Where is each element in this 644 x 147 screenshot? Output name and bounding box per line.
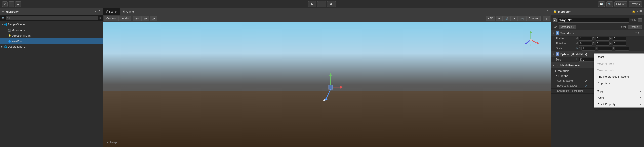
layout-dropdown[interactable]: Layout ▾ bbox=[629, 1, 642, 7]
item-label: Desert_land_2* bbox=[8, 45, 102, 48]
cloud-button[interactable]: ☁ bbox=[15, 1, 21, 7]
hierarchy-menu-icon[interactable]: ⋮ bbox=[98, 10, 101, 13]
gizmos-button[interactable]: Gizmos▾ bbox=[526, 16, 541, 21]
top-bar-left: ↩ ↪ ☁ bbox=[2, 1, 307, 7]
item-label: Main Camera bbox=[12, 28, 102, 32]
fx-button[interactable]: ✦ bbox=[511, 16, 518, 21]
inspector-lock-icon[interactable]: 🔒 bbox=[632, 10, 635, 13]
svg-line-14 bbox=[326, 89, 331, 100]
item-label: WayPoint bbox=[12, 40, 102, 43]
context-menu-properties[interactable]: Properties... bbox=[594, 80, 644, 86]
context-menu-paste[interactable]: Paste ▶ bbox=[594, 94, 644, 101]
grid-button[interactable]: ⊞▾ bbox=[133, 16, 141, 21]
persp-text: ◄ bbox=[106, 141, 110, 144]
scale-link-icon[interactable]: ⊡ bbox=[576, 47, 578, 51]
audio-toggle[interactable]: 🔊 bbox=[503, 16, 511, 21]
list-item[interactable]: 📷 Main Camera bbox=[0, 27, 103, 33]
list-item[interactable]: ▶ 🌐 Desert_land_2* bbox=[0, 44, 103, 49]
redo-button[interactable]: ↪ bbox=[9, 1, 14, 7]
scale-z-field[interactable] bbox=[615, 47, 629, 51]
scene-tabs: # Scene ⊡ Game ⋮ bbox=[103, 8, 551, 15]
mesh-renderer-checkbox[interactable]: ✓ bbox=[556, 64, 559, 67]
transform-menu-icon[interactable]: ⋮ bbox=[640, 32, 642, 34]
tab-scene[interactable]: # Scene bbox=[103, 8, 120, 15]
mode-toggle[interactable]: ● 2D bbox=[486, 16, 495, 21]
scene-viewport[interactable]: Y Z bbox=[103, 22, 551, 147]
tree-arrow-icon: ▼ bbox=[1, 23, 4, 26]
top-bar-right: 🕐 🔍 Layers ▾ Layout ▾ bbox=[337, 1, 642, 7]
list-item[interactable]: ▼ 🌐 SampleScene* ⋮ bbox=[0, 22, 103, 27]
rotation-label: Rotation bbox=[556, 42, 576, 45]
inspector-icon: 🔒 bbox=[553, 10, 557, 13]
hierarchy-add-icon[interactable]: + bbox=[95, 10, 96, 13]
more-button[interactable]: ⋮ bbox=[543, 16, 550, 21]
context-menu-reset[interactable]: Reset bbox=[594, 54, 644, 60]
local-label: Local bbox=[121, 17, 127, 20]
list-item[interactable]: 🔷 WayPoint ⋮ bbox=[0, 38, 103, 44]
scale-y-field[interactable] bbox=[598, 47, 612, 51]
layers-dropdown[interactable]: Layers ▾ bbox=[614, 1, 627, 7]
mesh-filter-expand-arrow: ▼ bbox=[553, 53, 555, 55]
context-menu-reset-property[interactable]: Reset Property ▶ bbox=[594, 101, 644, 107]
snap-button[interactable]: ⊡▾ bbox=[141, 16, 149, 21]
properties-label: Properties... bbox=[597, 82, 612, 85]
search-button[interactable]: 🔍 bbox=[606, 1, 613, 7]
position-y-field[interactable] bbox=[596, 37, 610, 41]
center-label: Center bbox=[106, 17, 114, 20]
reset-property-label: Reset Property bbox=[597, 103, 615, 106]
context-menu-move-front[interactable]: Move to Front bbox=[594, 60, 644, 67]
find-refs-label: Find References In Scene bbox=[597, 75, 629, 78]
cast-shadows-label: Cast Shadows bbox=[557, 79, 585, 82]
inspector-maximize-icon[interactable]: ⤢ bbox=[636, 10, 638, 13]
scale-x-field[interactable] bbox=[581, 47, 595, 51]
tab-game[interactable]: ⊡ Game bbox=[120, 8, 137, 15]
reset-property-arrow-icon: ▶ bbox=[640, 103, 642, 105]
receive-shadows-checkmark[interactable]: ✓ bbox=[585, 84, 587, 88]
layer-dropdown[interactable]: Default ▾ bbox=[628, 25, 642, 29]
hierarchy-search-input[interactable] bbox=[6, 16, 98, 20]
tag-dropdown[interactable]: Untagged ▾ bbox=[559, 25, 576, 29]
mesh-filter-component-icon: ⊞ bbox=[556, 52, 559, 56]
static-dropdown[interactable]: ▾ bbox=[638, 18, 642, 22]
context-menu-copy[interactable]: Copy ▶ bbox=[594, 88, 644, 94]
object-name-field[interactable] bbox=[558, 18, 629, 23]
scene-tab-label: Scene bbox=[109, 10, 117, 13]
history-button[interactable]: 🕐 bbox=[598, 1, 605, 7]
contrib-gi-label: Contribute Global Illum bbox=[557, 90, 585, 92]
play-button[interactable]: ▶ bbox=[308, 1, 316, 7]
list-item[interactable]: 💡 Directional Light bbox=[0, 33, 103, 38]
toolbar-sep-2 bbox=[542, 16, 542, 21]
rotation-x-field[interactable] bbox=[579, 42, 593, 46]
transform-settings-icon[interactable]: ⚙ bbox=[637, 32, 639, 34]
context-menu-find-refs[interactable]: Find References In Scene bbox=[594, 73, 644, 80]
pause-button[interactable]: ⏸ bbox=[317, 1, 326, 7]
position-x-field[interactable] bbox=[579, 37, 593, 41]
gizmo-button[interactable]: ⊡▾ bbox=[150, 16, 157, 21]
layer-value: Default bbox=[630, 26, 638, 28]
rotation-y-field[interactable] bbox=[596, 42, 610, 46]
mode-2d-icon: ● bbox=[488, 17, 489, 20]
undo-button[interactable]: ↩ bbox=[2, 1, 8, 7]
mesh-renderer-expand-arrow: ▼ bbox=[553, 64, 555, 67]
transform-help-icon[interactable]: ? bbox=[635, 32, 637, 34]
sz-axis-label: Z bbox=[613, 47, 614, 51]
inspector-menu-icon[interactable]: ☰ bbox=[639, 10, 642, 13]
step-button[interactable]: ⏭ bbox=[327, 1, 336, 7]
layer-label: Layer bbox=[620, 26, 626, 28]
center-dropdown[interactable]: Center▾ bbox=[104, 16, 118, 21]
rotation-z-field[interactable] bbox=[613, 42, 626, 46]
lighting-toggle[interactable]: ☀ bbox=[496, 16, 503, 21]
z-axis-label: Z bbox=[610, 37, 612, 41]
tag-label: Tag bbox=[553, 26, 557, 28]
object-enable-checkbox[interactable]: ✓ bbox=[553, 18, 557, 22]
camera-button[interactable]: 📷 bbox=[518, 16, 526, 21]
transform-component-header[interactable]: ▼ ⊞ Transform ? ⚙ ⋮ bbox=[551, 30, 644, 36]
hierarchy-filter-btn[interactable]: ⊞ bbox=[99, 17, 101, 19]
copy-arrow-icon: ▶ bbox=[640, 90, 642, 92]
position-z-field[interactable] bbox=[613, 37, 626, 41]
toolbar-sep-1 bbox=[132, 16, 132, 21]
local-dropdown[interactable]: Local▾ bbox=[118, 16, 131, 21]
scene-panel-menu-icon[interactable]: ⋮ bbox=[546, 10, 549, 13]
persp-label: ◄ Persp bbox=[106, 141, 117, 144]
context-menu-move-back[interactable]: Move to Back bbox=[594, 67, 644, 73]
